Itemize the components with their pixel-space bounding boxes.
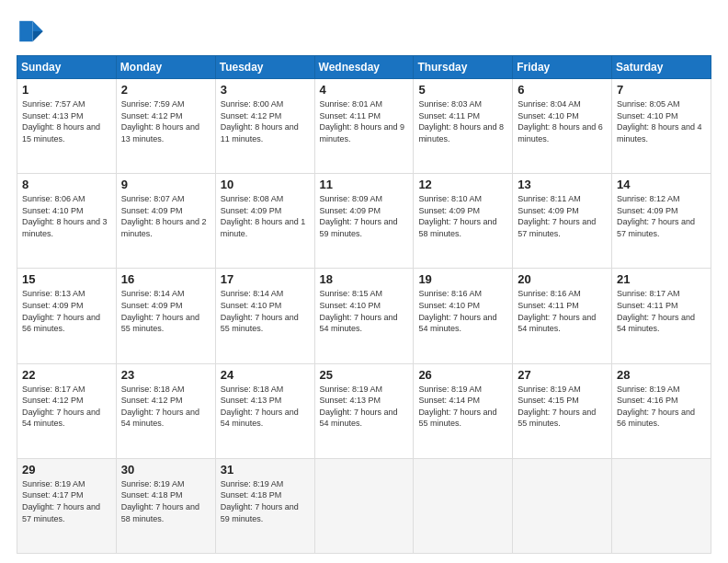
cell-details: Sunrise: 8:19 AMSunset: 4:16 PMDaylight:… bbox=[617, 385, 695, 429]
day-number: 10 bbox=[221, 178, 310, 191]
day-cell-30: 30 Sunrise: 8:19 AMSunset: 4:18 PMDaylig… bbox=[116, 458, 215, 553]
day-cell-9: 9 Sunrise: 8:07 AMSunset: 4:09 PMDayligh… bbox=[116, 174, 215, 269]
day-number: 17 bbox=[221, 272, 310, 286]
day-number: 22 bbox=[22, 368, 111, 382]
day-cell-12: 12 Sunrise: 8:10 AMSunset: 4:09 PMDaylig… bbox=[414, 174, 513, 269]
day-cell-23: 23 Sunrise: 8:18 AMSunset: 4:12 PMDaylig… bbox=[116, 363, 215, 458]
day-cell-10: 10 Sunrise: 8:08 AMSunset: 4:09 PMDaylig… bbox=[215, 174, 314, 269]
day-cell-26: 26 Sunrise: 8:19 AMSunset: 4:14 PMDaylig… bbox=[414, 363, 513, 458]
day-number: 5 bbox=[418, 83, 507, 97]
svg-rect-2 bbox=[19, 21, 32, 41]
cell-details: Sunrise: 8:14 AMSunset: 4:10 PMDaylight:… bbox=[221, 289, 299, 333]
week-row-3: 15 Sunrise: 8:13 AMSunset: 4:09 PMDaylig… bbox=[17, 269, 711, 363]
day-number: 11 bbox=[320, 178, 409, 191]
day-cell-29: 29 Sunrise: 8:19 AMSunset: 4:17 PMDaylig… bbox=[17, 458, 117, 553]
cell-details: Sunrise: 8:06 AMSunset: 4:10 PMDaylight:… bbox=[22, 194, 108, 238]
cell-details: Sunrise: 8:19 AMSunset: 4:14 PMDaylight:… bbox=[418, 385, 496, 429]
cell-details: Sunrise: 8:16 AMSunset: 4:11 PMDaylight:… bbox=[518, 289, 596, 333]
cell-details: Sunrise: 8:19 AMSunset: 4:17 PMDaylight:… bbox=[22, 479, 100, 523]
day-cell-20: 20 Sunrise: 8:16 AMSunset: 4:11 PMDaylig… bbox=[513, 269, 612, 363]
cell-details: Sunrise: 8:07 AMSunset: 4:09 PMDaylight:… bbox=[121, 194, 207, 238]
svg-marker-1 bbox=[33, 31, 43, 41]
cell-details: Sunrise: 8:18 AMSunset: 4:12 PMDaylight:… bbox=[121, 385, 199, 429]
weekday-header-thursday: Thursday bbox=[414, 56, 513, 79]
day-number: 8 bbox=[22, 178, 111, 191]
day-number: 20 bbox=[518, 272, 607, 286]
day-number: 19 bbox=[418, 272, 507, 286]
weekday-header-friday: Friday bbox=[513, 56, 612, 79]
weekday-header-monday: Monday bbox=[116, 56, 215, 79]
day-number: 7 bbox=[617, 83, 706, 97]
day-number: 25 bbox=[320, 368, 409, 382]
cell-details: Sunrise: 8:03 AMSunset: 4:11 PMDaylight:… bbox=[418, 99, 504, 144]
day-cell-22: 22 Sunrise: 8:17 AMSunset: 4:12 PMDaylig… bbox=[17, 363, 117, 458]
weekday-header-saturday: Saturday bbox=[612, 56, 711, 79]
header bbox=[17, 17, 711, 46]
empty-cell bbox=[314, 458, 414, 553]
day-cell-25: 25 Sunrise: 8:19 AMSunset: 4:13 PMDaylig… bbox=[314, 363, 414, 458]
cell-details: Sunrise: 8:08 AMSunset: 4:09 PMDaylight:… bbox=[221, 194, 306, 238]
cell-details: Sunrise: 7:57 AMSunset: 4:13 PMDaylight:… bbox=[22, 99, 100, 144]
empty-cell bbox=[513, 458, 612, 553]
day-cell-2: 2 Sunrise: 7:59 AMSunset: 4:12 PMDayligh… bbox=[116, 79, 215, 174]
cell-details: Sunrise: 8:09 AMSunset: 4:09 PMDaylight:… bbox=[320, 194, 398, 238]
day-cell-1: 1 Sunrise: 7:57 AMSunset: 4:13 PMDayligh… bbox=[17, 79, 117, 174]
day-cell-5: 5 Sunrise: 8:03 AMSunset: 4:11 PMDayligh… bbox=[414, 79, 513, 174]
day-number: 3 bbox=[221, 83, 310, 97]
day-cell-6: 6 Sunrise: 8:04 AMSunset: 4:10 PMDayligh… bbox=[513, 79, 612, 174]
day-number: 15 bbox=[22, 272, 111, 286]
logo bbox=[17, 17, 50, 46]
weekday-header-sunday: Sunday bbox=[17, 56, 117, 79]
day-cell-14: 14 Sunrise: 8:12 AMSunset: 4:09 PMDaylig… bbox=[612, 174, 711, 269]
cell-details: Sunrise: 7:59 AMSunset: 4:12 PMDaylight:… bbox=[121, 99, 199, 144]
cell-details: Sunrise: 8:19 AMSunset: 4:18 PMDaylight:… bbox=[121, 479, 199, 523]
week-row-5: 29 Sunrise: 8:19 AMSunset: 4:17 PMDaylig… bbox=[17, 458, 711, 553]
day-cell-17: 17 Sunrise: 8:14 AMSunset: 4:10 PMDaylig… bbox=[215, 269, 314, 363]
day-cell-13: 13 Sunrise: 8:11 AMSunset: 4:09 PMDaylig… bbox=[513, 174, 612, 269]
cell-details: Sunrise: 8:18 AMSunset: 4:13 PMDaylight:… bbox=[221, 385, 299, 429]
week-row-2: 8 Sunrise: 8:06 AMSunset: 4:10 PMDayligh… bbox=[17, 174, 711, 269]
page: SundayMondayTuesdayWednesdayThursdayFrid… bbox=[0, 0, 728, 563]
weekday-header-wednesday: Wednesday bbox=[314, 56, 414, 79]
day-number: 4 bbox=[320, 83, 409, 97]
weekday-header-row: SundayMondayTuesdayWednesdayThursdayFrid… bbox=[17, 56, 711, 79]
empty-cell bbox=[414, 458, 513, 553]
day-cell-21: 21 Sunrise: 8:17 AMSunset: 4:11 PMDaylig… bbox=[612, 269, 711, 363]
day-cell-16: 16 Sunrise: 8:14 AMSunset: 4:09 PMDaylig… bbox=[116, 269, 215, 363]
day-number: 30 bbox=[121, 463, 210, 477]
cell-details: Sunrise: 8:16 AMSunset: 4:10 PMDaylight:… bbox=[418, 289, 496, 333]
day-cell-31: 31 Sunrise: 8:19 AMSunset: 4:18 PMDaylig… bbox=[215, 458, 314, 553]
day-number: 23 bbox=[121, 368, 210, 382]
day-cell-24: 24 Sunrise: 8:18 AMSunset: 4:13 PMDaylig… bbox=[215, 363, 314, 458]
day-number: 2 bbox=[121, 83, 210, 97]
cell-details: Sunrise: 8:13 AMSunset: 4:09 PMDaylight:… bbox=[22, 289, 100, 333]
day-cell-15: 15 Sunrise: 8:13 AMSunset: 4:09 PMDaylig… bbox=[17, 269, 117, 363]
cell-details: Sunrise: 8:15 AMSunset: 4:10 PMDaylight:… bbox=[320, 289, 398, 333]
day-cell-3: 3 Sunrise: 8:00 AMSunset: 4:12 PMDayligh… bbox=[215, 79, 314, 174]
cell-details: Sunrise: 8:11 AMSunset: 4:09 PMDaylight:… bbox=[518, 194, 596, 238]
day-number: 28 bbox=[617, 368, 706, 382]
day-number: 1 bbox=[22, 83, 111, 97]
day-number: 31 bbox=[221, 463, 310, 477]
cell-details: Sunrise: 8:17 AMSunset: 4:11 PMDaylight:… bbox=[617, 289, 695, 333]
day-number: 21 bbox=[617, 272, 706, 286]
day-number: 29 bbox=[22, 463, 111, 477]
day-number: 6 bbox=[518, 83, 607, 97]
day-number: 12 bbox=[418, 178, 507, 191]
day-cell-8: 8 Sunrise: 8:06 AMSunset: 4:10 PMDayligh… bbox=[17, 174, 117, 269]
day-cell-11: 11 Sunrise: 8:09 AMSunset: 4:09 PMDaylig… bbox=[314, 174, 414, 269]
day-cell-4: 4 Sunrise: 8:01 AMSunset: 4:11 PMDayligh… bbox=[314, 79, 414, 174]
day-number: 26 bbox=[418, 368, 507, 382]
day-cell-19: 19 Sunrise: 8:16 AMSunset: 4:10 PMDaylig… bbox=[414, 269, 513, 363]
day-number: 24 bbox=[221, 368, 310, 382]
day-cell-7: 7 Sunrise: 8:05 AMSunset: 4:10 PMDayligh… bbox=[612, 79, 711, 174]
cell-details: Sunrise: 8:00 AMSunset: 4:12 PMDaylight:… bbox=[221, 99, 299, 144]
cell-details: Sunrise: 8:19 AMSunset: 4:15 PMDaylight:… bbox=[518, 385, 596, 429]
cell-details: Sunrise: 8:19 AMSunset: 4:13 PMDaylight:… bbox=[320, 385, 398, 429]
calendar-table: SundayMondayTuesdayWednesdayThursdayFrid… bbox=[17, 55, 711, 554]
cell-details: Sunrise: 8:10 AMSunset: 4:09 PMDaylight:… bbox=[418, 194, 496, 238]
day-cell-28: 28 Sunrise: 8:19 AMSunset: 4:16 PMDaylig… bbox=[612, 363, 711, 458]
day-number: 18 bbox=[320, 272, 409, 286]
logo-icon bbox=[17, 17, 46, 46]
week-row-1: 1 Sunrise: 7:57 AMSunset: 4:13 PMDayligh… bbox=[17, 79, 711, 174]
